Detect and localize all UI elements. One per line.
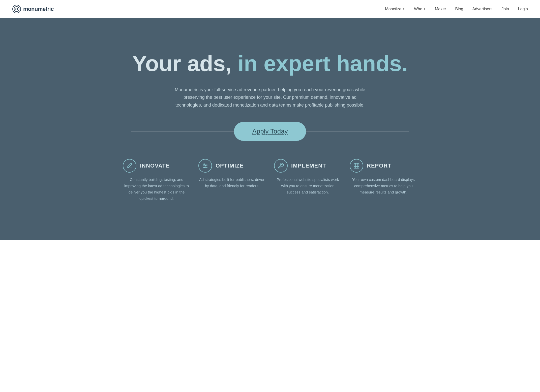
hero-headline-accent: in expert hands. <box>238 51 408 76</box>
nav-item-advertisers[interactable]: Advertisers <box>472 7 492 11</box>
feature-innovate-header: INNOVATE <box>123 159 170 173</box>
svg-rect-11 <box>354 164 359 169</box>
wrench-icon <box>278 162 284 169</box>
who-dropdown-arrow: ▼ <box>423 8 426 10</box>
bottom-bar <box>0 240 540 260</box>
feature-implement: IMPLEMENT Professional website specialis… <box>274 159 342 202</box>
nav-item-who[interactable]: Who ▼ <box>414 7 426 11</box>
feature-implement-title: IMPLEMENT <box>291 162 326 169</box>
logo[interactable]: monumetric <box>12 5 54 14</box>
implement-icon-circle <box>274 159 288 173</box>
apply-today-button[interactable]: Apply Today <box>234 122 306 141</box>
hero-subtext: Monumetric is your full-service ad reven… <box>174 86 366 109</box>
feature-implement-header: IMPLEMENT <box>274 159 326 173</box>
feature-optimize-title: OPTIMIZE <box>216 162 244 169</box>
optimize-icon-circle <box>198 159 212 173</box>
chart-icon <box>353 162 360 169</box>
svg-point-2 <box>16 8 18 10</box>
innovate-icon-circle <box>123 159 136 173</box>
monetize-dropdown-arrow: ▼ <box>402 8 405 10</box>
nav-links: Monetize ▼ Who ▼ Maker Blog Advertisers … <box>385 7 528 11</box>
nav-link-blog[interactable]: Blog <box>455 7 463 11</box>
hero-headline: Your ads, in expert hands. <box>132 51 408 76</box>
svg-point-10 <box>204 167 205 168</box>
cta-line-right <box>306 131 409 132</box>
feature-innovate-title: INNOVATE <box>140 162 170 169</box>
svg-point-8 <box>203 164 205 165</box>
nav-item-maker[interactable]: Maker <box>435 7 446 11</box>
feature-report-title: REPORT <box>367 162 392 169</box>
pencil-icon <box>126 162 133 169</box>
features-grid: INNOVATE Constantly building, testing, a… <box>119 159 421 202</box>
nav-link-maker[interactable]: Maker <box>435 7 446 11</box>
nav-item-join[interactable]: Join <box>501 7 509 11</box>
hero-section: Your ads, in expert hands. Monumetric is… <box>0 18 540 240</box>
report-icon-circle <box>350 159 363 173</box>
cta-row: Apply Today <box>131 122 409 141</box>
logo-text: monumetric <box>23 6 54 12</box>
feature-optimize: OPTIMIZE Ad strategies built for publish… <box>198 159 266 202</box>
svg-point-9 <box>205 165 206 167</box>
cta-line-left <box>131 131 234 132</box>
hero-headline-part1: Your ads, <box>132 51 238 76</box>
feature-optimize-desc: Ad strategies built for publishers, driv… <box>198 177 266 189</box>
nav-link-join[interactable]: Join <box>501 7 509 11</box>
feature-report-desc: Your own custom dashboard displays compr… <box>350 177 417 195</box>
feature-implement-desc: Professional website specialists work wi… <box>274 177 342 195</box>
nav-link-monetize[interactable]: Monetize ▼ <box>385 7 405 11</box>
nav-link-who[interactable]: Who ▼ <box>414 7 426 11</box>
nav-item-login[interactable]: Login <box>518 7 528 11</box>
nav-item-blog[interactable]: Blog <box>455 7 463 11</box>
logo-icon <box>12 5 21 14</box>
feature-report: REPORT Your own custom dashboard display… <box>350 159 417 202</box>
main-nav: monumetric Monetize ▼ Who ▼ Maker Blog A… <box>0 0 540 18</box>
nav-item-monetize[interactable]: Monetize ▼ <box>385 7 405 11</box>
svg-point-1 <box>14 7 19 12</box>
nav-link-advertisers[interactable]: Advertisers <box>472 7 492 11</box>
feature-innovate: INNOVATE Constantly building, testing, a… <box>123 159 190 202</box>
feature-innovate-desc: Constantly building, testing, and improv… <box>123 177 190 202</box>
feature-optimize-header: OPTIMIZE <box>198 159 244 173</box>
nav-link-login[interactable]: Login <box>518 7 528 11</box>
feature-report-header: REPORT <box>350 159 392 173</box>
sliders-icon <box>202 162 208 169</box>
